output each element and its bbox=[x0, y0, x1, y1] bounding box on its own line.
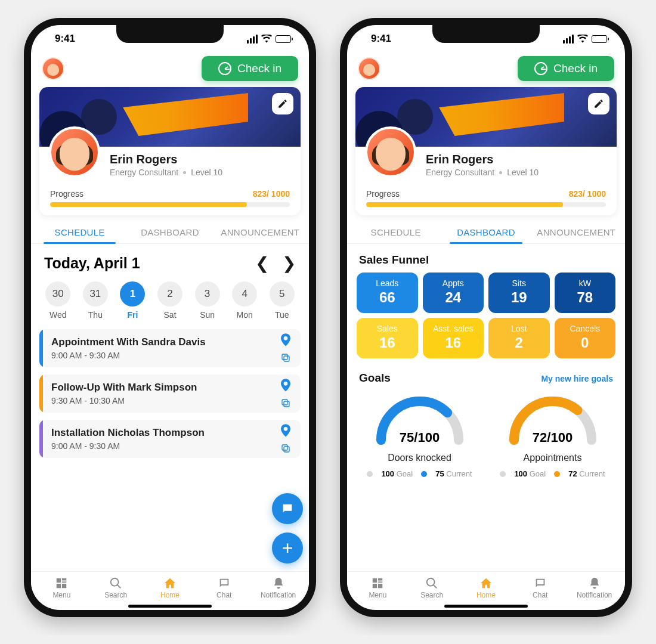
location-icon[interactable] bbox=[281, 333, 290, 346]
funnel-value: 16 bbox=[360, 335, 414, 351]
nav-home[interactable]: Home bbox=[143, 577, 197, 599]
nav-menu[interactable]: Menu bbox=[351, 577, 405, 599]
funnel-tile[interactable]: Appts24 bbox=[423, 273, 484, 313]
clock-time: 9:41 bbox=[371, 33, 391, 45]
day-cell[interactable]: 3Sun bbox=[188, 281, 226, 320]
sales-funnel-title: Sales Funnel bbox=[347, 244, 625, 273]
checkin-button[interactable]: Check in bbox=[518, 56, 614, 81]
edit-profile-button[interactable] bbox=[272, 93, 293, 114]
avatar-large[interactable] bbox=[365, 126, 416, 178]
funnel-value: 2 bbox=[492, 335, 546, 351]
clock-time: 9:41 bbox=[55, 33, 75, 45]
appointment-card[interactable]: Installation Nicholas Thompson 9:00 AM -… bbox=[39, 420, 301, 458]
checkin-label: Check in bbox=[237, 62, 281, 75]
appointment-time: 9:30 AM - 10:30 AM bbox=[51, 396, 262, 405]
svg-rect-3 bbox=[282, 400, 287, 405]
bottom-nav: Menu Search Home Chat Notification bbox=[31, 571, 309, 602]
signal-icon bbox=[563, 35, 574, 44]
next-day-button[interactable]: ❯ bbox=[282, 253, 296, 273]
day-cell[interactable]: 4Mon bbox=[226, 281, 264, 320]
day-cell[interactable]: 31Thu bbox=[77, 281, 115, 320]
tab-dashboard[interactable]: DASHBOARD bbox=[441, 222, 531, 243]
funnel-value: 16 bbox=[426, 335, 481, 351]
funnel-label: Lost bbox=[492, 324, 546, 333]
profile-role: Energy Consultant bbox=[110, 168, 178, 177]
avatar-large[interactable] bbox=[49, 126, 100, 178]
chat-icon bbox=[281, 502, 294, 515]
funnel-tile[interactable]: Cancels0 bbox=[555, 318, 616, 358]
day-cell[interactable]: 30Wed bbox=[39, 281, 77, 320]
day-label: Tue bbox=[275, 310, 289, 320]
appointment-time: 9:00 AM - 9:30 AM bbox=[51, 351, 262, 360]
copy-icon[interactable] bbox=[280, 398, 291, 408]
nav-chat[interactable]: Chat bbox=[197, 577, 251, 599]
svg-rect-2 bbox=[284, 401, 289, 407]
profile-role: Energy Consultant bbox=[426, 168, 494, 177]
copy-icon[interactable] bbox=[280, 443, 291, 454]
funnel-tile[interactable]: Lost2 bbox=[488, 318, 550, 358]
nav-chat[interactable]: Chat bbox=[513, 577, 567, 599]
pencil-icon bbox=[593, 98, 604, 109]
funnel-value: 66 bbox=[360, 289, 414, 306]
funnel-label: kW bbox=[558, 278, 612, 288]
appointment-card[interactable]: Appointment With Sandra Davis 9:00 AM - … bbox=[39, 329, 301, 367]
fab-add-button[interactable]: + bbox=[272, 532, 303, 564]
phone-notch bbox=[432, 25, 540, 43]
edit-profile-button[interactable] bbox=[588, 93, 609, 114]
appointment-time: 9:00 AM - 9:30 AM bbox=[51, 441, 262, 451]
bell-icon bbox=[272, 577, 285, 590]
day-cell[interactable]: 2Sat bbox=[151, 281, 189, 320]
funnel-tile[interactable]: Asst. sales16 bbox=[423, 318, 484, 358]
menu-icon bbox=[55, 577, 68, 590]
tab-schedule[interactable]: SCHEDULE bbox=[351, 222, 441, 243]
funnel-value: 0 bbox=[558, 335, 612, 351]
appointment-card[interactable]: Follow-Up With Mark Simpson 9:30 AM - 10… bbox=[39, 374, 301, 413]
funnel-label: Appts bbox=[426, 278, 481, 288]
profile-level: Level 10 bbox=[507, 168, 539, 177]
day-number: 5 bbox=[270, 281, 295, 306]
phone-mockup-left: 9:41 Check in bbox=[24, 18, 316, 617]
progress-bar bbox=[50, 202, 290, 207]
gauge: 72/100 Appointments 100 Goal 72 Current bbox=[500, 389, 605, 478]
profile-card: Erin Rogers Energy Consultant Level 10 P… bbox=[355, 87, 617, 215]
funnel-value: 24 bbox=[426, 289, 481, 306]
copy-icon[interactable] bbox=[280, 352, 291, 363]
nav-search[interactable]: Search bbox=[405, 577, 459, 599]
avatar[interactable] bbox=[358, 57, 380, 80]
nav-home[interactable]: Home bbox=[459, 577, 513, 599]
day-cell[interactable]: 1Fri bbox=[114, 281, 151, 320]
day-label: Thu bbox=[88, 310, 103, 320]
tab-schedule[interactable]: SCHEDULE bbox=[35, 222, 125, 243]
day-label: Fri bbox=[128, 310, 138, 320]
prev-day-button[interactable]: ❮ bbox=[255, 253, 269, 273]
avatar[interactable] bbox=[42, 57, 64, 80]
tab-announcement[interactable]: ANNOUNCEMENT bbox=[531, 222, 621, 243]
funnel-tile[interactable]: Leads66 bbox=[357, 273, 418, 313]
location-icon[interactable] bbox=[281, 424, 290, 437]
profile-name: Erin Rogers bbox=[110, 153, 290, 166]
svg-rect-4 bbox=[284, 447, 289, 452]
battery-icon bbox=[276, 35, 291, 43]
tab-dashboard[interactable]: DASHBOARD bbox=[125, 222, 215, 243]
funnel-tile[interactable]: Sales16 bbox=[357, 318, 418, 358]
nav-search[interactable]: Search bbox=[89, 577, 143, 599]
gauge-value: 75/100 bbox=[369, 430, 471, 445]
tab-announcement[interactable]: ANNOUNCEMENT bbox=[215, 222, 305, 243]
checkin-button[interactable]: Check in bbox=[202, 56, 298, 81]
fab-chat-button[interactable] bbox=[272, 493, 303, 524]
funnel-label: Leads bbox=[360, 278, 414, 288]
appointment-title: Installation Nicholas Thompson bbox=[51, 427, 262, 439]
nav-menu[interactable]: Menu bbox=[35, 577, 89, 599]
goals-link[interactable]: My new hire goals bbox=[541, 374, 613, 383]
day-number: 31 bbox=[83, 281, 108, 306]
nav-notification[interactable]: Notification bbox=[251, 577, 305, 599]
progress-value: 823/ 1000 bbox=[253, 189, 290, 199]
svg-rect-5 bbox=[282, 445, 287, 450]
funnel-tile[interactable]: kW78 bbox=[555, 273, 616, 313]
nav-notification[interactable]: Notification bbox=[567, 577, 621, 599]
location-icon[interactable] bbox=[281, 379, 290, 392]
pencil-icon bbox=[277, 98, 288, 109]
progress-value: 823/ 1000 bbox=[569, 189, 606, 199]
funnel-tile[interactable]: Sits19 bbox=[488, 273, 550, 313]
day-cell[interactable]: 5Tue bbox=[263, 281, 301, 320]
